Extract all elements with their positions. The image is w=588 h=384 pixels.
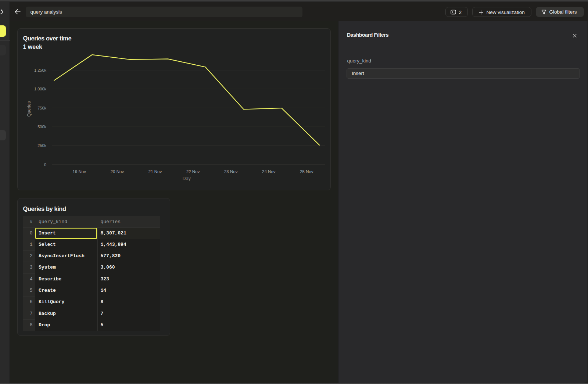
svg-text:25 Nov: 25 Nov [300, 169, 313, 174]
svg-text:22 Nov: 22 Nov [186, 169, 200, 174]
svg-text:Day: Day [182, 176, 191, 181]
svg-text:1 250k: 1 250k [34, 68, 46, 72]
svg-text:1 000k: 1 000k [34, 87, 46, 91]
svg-text:750k: 750k [37, 105, 46, 110]
svg-text:500k: 500k [37, 124, 46, 129]
svg-text:24 Nov: 24 Nov [262, 169, 276, 174]
svg-text:20 Nov: 20 Nov [110, 169, 124, 174]
svg-text:23 Nov: 23 Nov [224, 169, 237, 174]
svg-text:Queries: Queries [26, 101, 32, 116]
svg-text:0: 0 [44, 162, 46, 166]
svg-text:250k: 250k [37, 143, 46, 148]
svg-text:19 Nov: 19 Nov [72, 169, 86, 174]
svg-text:21 Nov: 21 Nov [148, 169, 162, 174]
